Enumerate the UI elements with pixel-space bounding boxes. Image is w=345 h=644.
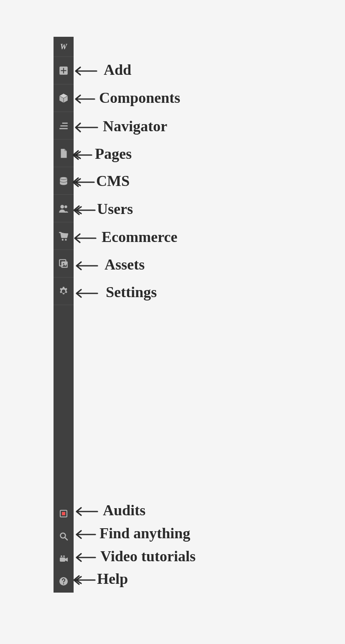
database-icon bbox=[58, 176, 69, 186]
left-sidebar: W bbox=[54, 37, 74, 593]
annotation-label-help: Help bbox=[97, 570, 128, 588]
sidebar-item-navigator[interactable] bbox=[54, 112, 74, 140]
annotation-label-navigator: Navigator bbox=[103, 117, 167, 135]
page-icon bbox=[58, 148, 69, 159]
plus-box-icon bbox=[58, 65, 69, 76]
assets-icon bbox=[58, 258, 69, 269]
cube-icon bbox=[58, 93, 69, 104]
video-icon bbox=[59, 554, 69, 564]
svg-point-11 bbox=[62, 239, 64, 240]
svg-point-9 bbox=[60, 205, 64, 209]
svg-point-25 bbox=[63, 583, 64, 585]
sidebar-item-cms[interactable] bbox=[54, 167, 74, 195]
cart-icon bbox=[58, 231, 69, 242]
arrow-assets bbox=[74, 260, 100, 272]
sidebar-item-pages[interactable] bbox=[54, 140, 74, 167]
arrow-video bbox=[74, 551, 97, 564]
search-icon bbox=[59, 531, 69, 541]
annotation-label-ecommerce: Ecommerce bbox=[102, 228, 177, 246]
users-icon bbox=[58, 203, 69, 214]
svg-point-12 bbox=[65, 239, 66, 240]
annotation-label-users: Users bbox=[97, 200, 133, 218]
arrow-navigator bbox=[74, 121, 100, 134]
svg-rect-23 bbox=[60, 557, 65, 562]
svg-point-21 bbox=[61, 555, 62, 557]
arrow-pages bbox=[72, 149, 94, 161]
svg-rect-3 bbox=[61, 70, 66, 71]
sidebar-item-video[interactable] bbox=[54, 547, 74, 570]
annotation-label-audits: Audits bbox=[103, 501, 146, 519]
arrow-help bbox=[73, 574, 97, 586]
arrow-ecommerce bbox=[74, 232, 98, 244]
arrow-settings bbox=[74, 287, 100, 300]
help-icon bbox=[59, 576, 69, 586]
annotations-layer: Add Components Navigator Pages CMS Users bbox=[0, 0, 345, 644]
svg-point-10 bbox=[64, 205, 67, 208]
sidebar-item-add[interactable] bbox=[54, 57, 74, 84]
svg-text:W: W bbox=[60, 42, 68, 51]
annotation-label-settings: Settings bbox=[106, 283, 157, 301]
annotation-label-pages: Pages bbox=[95, 145, 132, 163]
audits-icon bbox=[59, 509, 69, 519]
arrow-add bbox=[74, 65, 99, 77]
svg-point-16 bbox=[62, 290, 65, 293]
sidebar-item-assets[interactable] bbox=[54, 250, 74, 277]
svg-point-22 bbox=[63, 555, 65, 557]
arrow-cms bbox=[72, 176, 96, 188]
annotation-label-search: Find anything bbox=[100, 524, 190, 542]
annotation-label-video: Video tutorials bbox=[100, 547, 196, 565]
arrow-users bbox=[73, 204, 97, 216]
navigator-icon bbox=[58, 120, 69, 131]
gear-icon bbox=[58, 286, 69, 297]
annotation-label-cms: CMS bbox=[96, 172, 130, 190]
annotation-label-assets: Assets bbox=[105, 256, 145, 273]
annotation-label-components: Components bbox=[99, 89, 180, 107]
arrow-components bbox=[74, 93, 97, 105]
sidebar-item-audits[interactable] bbox=[54, 502, 74, 525]
annotation-label-add: Add bbox=[104, 61, 131, 79]
svg-rect-6 bbox=[59, 128, 68, 129]
svg-rect-5 bbox=[60, 125, 67, 126]
sidebar-item-search[interactable] bbox=[54, 525, 74, 547]
sidebar-item-components[interactable] bbox=[54, 84, 74, 112]
svg-rect-18 bbox=[62, 512, 65, 515]
arrow-search bbox=[74, 528, 97, 541]
sidebar-item-settings[interactable] bbox=[54, 277, 74, 305]
svg-line-20 bbox=[65, 537, 67, 540]
webflow-logo-icon: W bbox=[59, 42, 68, 51]
logo[interactable]: W bbox=[54, 37, 74, 57]
sidebar-item-users[interactable] bbox=[54, 195, 74, 222]
svg-rect-4 bbox=[62, 122, 68, 124]
sidebar-item-help[interactable] bbox=[54, 570, 74, 593]
sidebar-spacer bbox=[54, 305, 74, 502]
svg-point-15 bbox=[63, 263, 64, 264]
sidebar-item-ecommerce[interactable] bbox=[54, 222, 74, 250]
arrow-audits bbox=[74, 505, 100, 518]
